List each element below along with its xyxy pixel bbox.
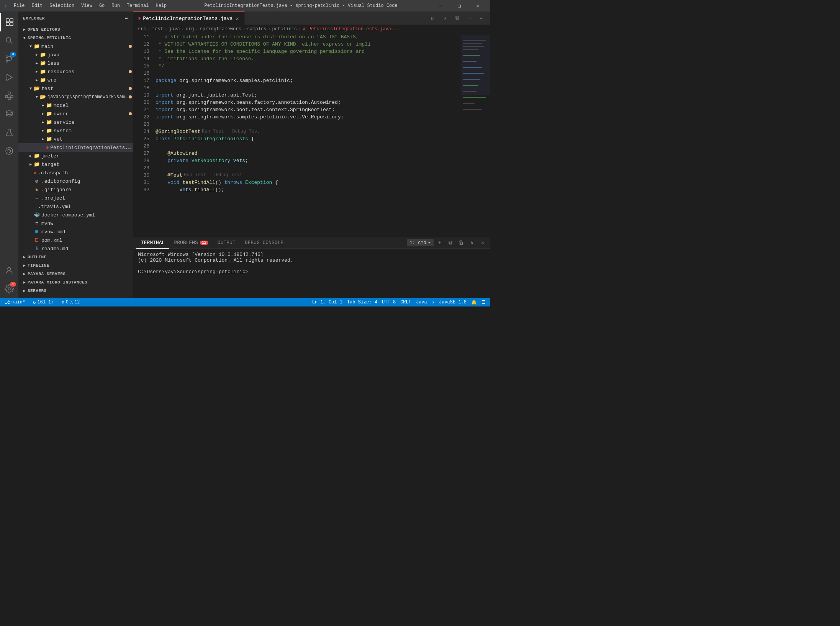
breadcrumb-org[interactable]: org — [186, 26, 194, 32]
minimize-button[interactable]: — — [432, 0, 450, 11]
tree-docker-compose[interactable]: ▶ 🐳 docker-compose.yml — [18, 211, 133, 219]
java-projects-section[interactable]: ▶ Java Projects — [18, 295, 133, 298]
tree-jmeter[interactable]: ▶ 📁 jmeter — [18, 152, 133, 160]
tree-mvnw-cmd[interactable]: ▶ ⊞ mvnw.cmd — [18, 228, 133, 236]
tree-java[interactable]: ▶ 📁 java — [18, 51, 133, 59]
tree-target[interactable]: ▶ 📁 target — [18, 160, 133, 169]
java-version-status[interactable]: JavaSE-1.8 — [437, 298, 468, 306]
breadcrumb-java[interactable]: java — [169, 26, 180, 32]
sidebar-more-icon[interactable]: ⋯ — [125, 15, 129, 22]
panel-close-button[interactable]: ✕ — [478, 238, 487, 247]
tree-test[interactable]: ▼ 📂 test — [18, 84, 133, 93]
menu-file[interactable]: File — [11, 2, 28, 9]
breadcrumb-test[interactable]: test — [152, 26, 163, 32]
tree-project-file[interactable]: ▶ ≡ .project — [18, 194, 133, 202]
maximize-button[interactable]: ❐ — [450, 0, 468, 11]
tab-size-status[interactable]: Tab Size: 4 — [345, 298, 379, 306]
breadcrumb-springframework[interactable]: springframework — [200, 26, 241, 32]
line-ending-status[interactable]: CRLF — [399, 298, 413, 306]
terminal-dropdown[interactable]: 1: cmd ▾ — [407, 239, 434, 246]
terminal-tab[interactable]: TERMINAL — [136, 237, 169, 249]
menu-view[interactable]: View — [78, 2, 95, 9]
breadcrumb-more[interactable]: … — [397, 26, 400, 32]
less-label: less — [47, 61, 133, 66]
layout-toggle-status[interactable]: ☰ — [480, 298, 487, 306]
folder-icon: 📁 — [40, 52, 46, 58]
split-terminal-button[interactable]: ⧉ — [446, 238, 455, 247]
problems-tab[interactable]: PROBLEMS 12 — [169, 237, 213, 249]
database-activity-icon[interactable] — [0, 105, 18, 123]
menu-edit[interactable]: Edit — [28, 2, 46, 9]
settings-activity-icon[interactable]: 1 — [0, 280, 18, 298]
tree-readme[interactable]: ▶ ℹ readme.md — [18, 244, 133, 253]
timeline-section[interactable]: ▶ Timeline — [18, 261, 133, 270]
run-button[interactable]: ▷ — [427, 13, 438, 23]
active-tab[interactable]: ⊗ PetclinicIntegrationTests.java ✕ — [133, 11, 245, 25]
account-activity-icon[interactable] — [0, 261, 18, 280]
menu-help[interactable]: Help — [153, 2, 170, 9]
notifications-status[interactable]: 🔔 — [470, 298, 478, 306]
menu-go[interactable]: Go — [96, 2, 108, 9]
tree-gitignore[interactable]: ▶ ◈ .gitignore — [18, 185, 133, 194]
delete-terminal-button[interactable]: 🗑 — [457, 238, 466, 247]
menu-run[interactable]: Run — [108, 2, 123, 9]
outline-section[interactable]: ▶ Outline — [18, 253, 133, 261]
code-area[interactable]: distributed under the License is distrib… — [152, 33, 460, 237]
breadcrumb-file[interactable]: ⊗ PetclinicIntegrationTests.java — [303, 26, 391, 32]
tab-close-button[interactable]: ✕ — [235, 15, 239, 23]
payara-activity-icon[interactable] — [0, 142, 18, 160]
tree-travis[interactable]: ▶ ! .travis.yml — [18, 202, 133, 211]
menu-selection[interactable]: Selection — [46, 2, 77, 9]
tree-java-org[interactable]: ▼ 📂 java\org\springframework\samples\pet… — [18, 93, 133, 101]
breadcrumb-src[interactable]: src — [138, 26, 146, 32]
breadcrumb-samples[interactable]: samples — [247, 26, 266, 32]
language-mode-status[interactable]: Java — [414, 298, 429, 306]
cursor-position-status[interactable]: Ln 1, Col 1 — [311, 298, 344, 306]
panel-maximize-button[interactable]: ∧ — [467, 238, 476, 247]
pom-label: pom.xml — [41, 238, 133, 243]
tree-model[interactable]: ▶ 📁 model — [18, 101, 133, 110]
more-actions-button[interactable]: ⋯ — [476, 13, 487, 23]
flask-activity-icon[interactable] — [0, 123, 18, 142]
encoding-status[interactable]: UTF-8 — [380, 298, 397, 306]
tree-editorconfig[interactable]: ▶ ⚙ .editorconfig — [18, 177, 133, 185]
explorer-activity-icon[interactable] — [0, 13, 18, 31]
payara-micro-section[interactable]: ▶ Payara Micro Instances — [18, 278, 133, 287]
toggle-panel-button[interactable]: ▭ — [464, 13, 475, 23]
close-button[interactable]: ✕ — [469, 0, 486, 11]
error-warning-status[interactable]: ⊗ 0 △ 12 — [60, 298, 81, 306]
tree-resources[interactable]: ▶ 📁 resources — [18, 67, 133, 76]
tree-wro[interactable]: ▶ 📁 wro — [18, 76, 133, 84]
run-debug-activity-icon[interactable] — [0, 68, 18, 87]
new-terminal-button[interactable]: + — [435, 238, 444, 247]
tree-mvnw[interactable]: ▶ ≡ mvnw — [18, 219, 133, 228]
tree-pom[interactable]: ▶ 🗒 pom.xml — [18, 236, 133, 244]
debug-button[interactable]: ⚡ — [440, 13, 450, 23]
project-section[interactable]: ▼ spring-petclinic — [18, 34, 133, 42]
search-activity-icon[interactable] — [0, 31, 18, 50]
extensions-activity-icon[interactable] — [0, 87, 18, 105]
tree-less[interactable]: ▶ 📁 less — [18, 59, 133, 67]
menu-terminal[interactable]: Terminal — [124, 2, 152, 9]
servers-section[interactable]: ▶ Servers — [18, 287, 133, 295]
open-editors-section[interactable]: ▶ Open Editors — [18, 25, 133, 34]
svg-rect-31 — [463, 103, 475, 104]
tree-vet[interactable]: ▶ 📁 vet — [18, 135, 133, 143]
source-control-activity-icon[interactable]: 3 — [0, 50, 18, 68]
tree-petclinic-integration-tests[interactable]: ▶ ⊗ PetclinicIntegrationTests.java — [18, 143, 133, 152]
tree-classpath[interactable]: ▶ ⊗ .classpath — [18, 169, 133, 177]
sync-status[interactable]: ↻ 161↓1↑ — [31, 298, 55, 306]
debug-console-tab[interactable]: DEBUG CONSOLE — [240, 237, 288, 249]
tree-system[interactable]: ▶ 📁 system — [18, 126, 133, 135]
split-editor-button[interactable]: ⧉ — [452, 13, 463, 23]
tree-service[interactable]: ▶ 📁 service — [18, 118, 133, 126]
output-tab[interactable]: OUTPUT — [213, 237, 240, 249]
svg-rect-30 — [463, 97, 486, 98]
java-status-icon[interactable]: ⚡ — [430, 298, 436, 306]
tree-main[interactable]: ▼ 📁 main — [18, 42, 133, 51]
breadcrumb-petclinic[interactable]: petclinic — [272, 26, 297, 32]
git-branch-status[interactable]: ⎇ main* — [3, 298, 27, 306]
terminal-content[interactable]: Microsoft Windows [Version 10.0.19042.74… — [133, 249, 490, 298]
payara-servers-section[interactable]: ▶ Payara Servers — [18, 270, 133, 278]
tree-owner[interactable]: ▶ 📁 owner — [18, 110, 133, 118]
